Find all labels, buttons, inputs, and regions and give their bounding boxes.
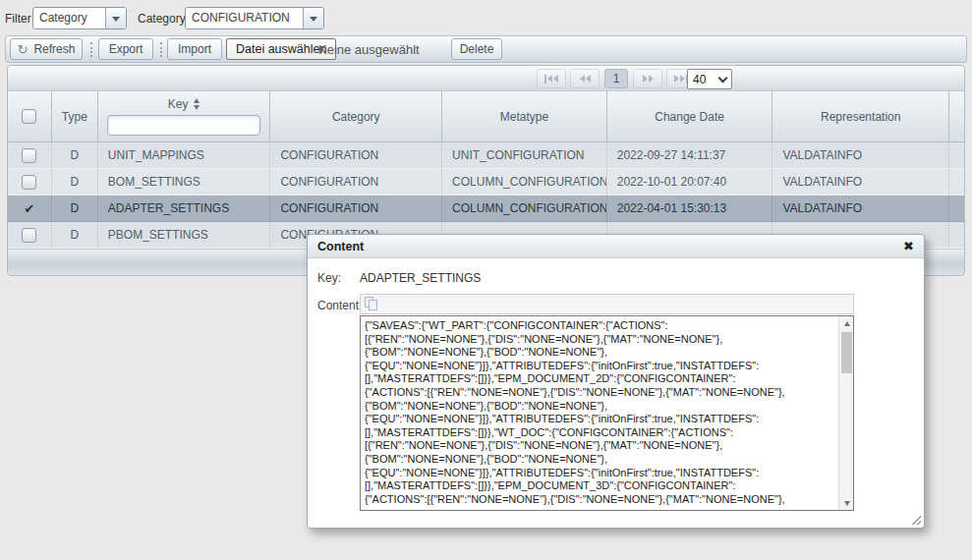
row-checkbox-cell — [8, 169, 52, 196]
category-label: Category — [138, 12, 186, 26]
header-change-date: Change Date — [607, 91, 773, 141]
row-checkbox-cell — [8, 222, 52, 249]
table-row[interactable]: D BOM_SETTINGS CONFIGURATION COLUMN_CONF… — [8, 169, 964, 196]
filter-label: Filter — [5, 12, 31, 26]
sort-icon[interactable] — [194, 98, 200, 110]
row-checkbox[interactable] — [22, 228, 36, 243]
import-button[interactable]: Import — [167, 38, 222, 60]
cell-type: D — [52, 222, 98, 249]
chevron-down-icon — [718, 73, 728, 83]
category-select[interactable]: CONFIGURATION — [185, 7, 324, 29]
prev-page-button[interactable] — [570, 69, 600, 88]
toolbar-separator — [90, 42, 92, 57]
cell-change-date: 2022-10-01 20:07:40 — [607, 169, 773, 196]
row-checkbox[interactable] — [22, 175, 36, 190]
cell-key: UNIT_MAPPINGS — [98, 142, 271, 169]
filter-type-select[interactable]: Category — [32, 7, 127, 29]
cell-type: D — [52, 142, 98, 169]
chevron-down-icon — [112, 17, 120, 22]
first-page-icon — [547, 75, 552, 83]
cell-change-date: 2022-09-27 14:11:37 — [607, 142, 773, 169]
cell-filler — [949, 142, 964, 169]
export-label: Export — [109, 42, 143, 56]
cell-category: CONFIGURATION — [270, 169, 442, 196]
cell-key: BOM_SETTINGS — [98, 169, 271, 196]
category-dropdown-button[interactable] — [303, 8, 323, 28]
row-checkbox-cell: ✔ — [8, 196, 52, 222]
data-table: Type Key Category Metatype Change Date R… — [8, 91, 964, 252]
scroll-down-icon[interactable] — [839, 496, 854, 510]
select-all-header-cell — [8, 91, 52, 141]
toolbar: ↻ Refresh Export Import Datei auswählen … — [5, 35, 967, 63]
cell-metatype: UNIT_CONFIGURATION — [442, 142, 607, 169]
header-key[interactable]: Key — [98, 91, 271, 141]
table-row[interactable]: D UNIT_MAPPINGS CONFIGURATION UNIT_CONFI… — [8, 142, 964, 169]
content-editor: {"SAVEAS":{"WT_PART":{"CONFIGCONTAINER":… — [360, 294, 854, 511]
next-page-button[interactable] — [633, 69, 662, 88]
current-page-button[interactable]: 1 — [604, 69, 628, 88]
copy-icon[interactable] — [365, 297, 379, 311]
cell-representation: VALDATAINFO — [772, 169, 949, 196]
header-representation: Representation — [772, 91, 949, 141]
header-metatype: Metatype — [442, 91, 607, 141]
cell-type: D — [52, 169, 98, 196]
header-category: Category — [270, 91, 442, 141]
next-page-icon — [643, 75, 648, 83]
content-text[interactable]: {"SAVEAS":{"WT_PART":{"CONFIGCONTAINER":… — [361, 316, 838, 510]
category-select-value: CONFIGURATION — [186, 8, 303, 28]
refresh-label: Refresh — [33, 42, 75, 56]
last-page-icon — [680, 75, 685, 83]
next-page-icon — [649, 75, 654, 83]
first-page-button[interactable] — [537, 69, 566, 88]
cell-metatype: COLUMN_CONFIGURATION — [442, 196, 607, 222]
header-type: Type — [52, 91, 98, 141]
dialog-title-bar[interactable]: Content ✖ — [308, 235, 924, 258]
cell-representation: VALDATAINFO — [772, 196, 949, 222]
first-page-icon — [544, 75, 546, 84]
first-page-icon — [553, 75, 558, 83]
delete-button[interactable]: Delete — [451, 38, 502, 60]
content-label: Content: — [317, 299, 362, 312]
textarea-scrollbar[interactable] — [838, 316, 853, 510]
content-textarea[interactable]: {"SAVEAS":{"WT_PART":{"CONFIGCONTAINER":… — [360, 315, 854, 511]
file-choose-label: Datei auswählen — [236, 42, 326, 56]
screen: Filter Category Category CONFIGURATION ↻… — [0, 0, 972, 560]
cell-change-date: 2022-04-01 15:30:13 — [607, 196, 773, 222]
filter-type-value: Category — [33, 8, 105, 28]
cell-key: PBOM_SETTINGS — [98, 222, 271, 249]
dialog-title: Content — [317, 240, 903, 253]
prev-page-icon — [580, 75, 585, 83]
content-dialog: Content ✖ Key: ADAPTER_SETTINGS Content:… — [307, 234, 925, 529]
rows-per-page-select[interactable]: 40 — [687, 69, 732, 89]
resize-handle-icon[interactable] — [910, 514, 921, 525]
row-checkbox-cell — [8, 142, 52, 169]
key-value: ADAPTER_SETTINGS — [360, 271, 481, 285]
refresh-button[interactable]: ↻ Refresh — [10, 38, 83, 60]
cell-category: CONFIGURATION — [270, 196, 442, 222]
key-label: Key: — [317, 271, 341, 285]
cell-metatype: COLUMN_CONFIGURATION — [442, 169, 607, 196]
cell-category: CONFIGURATION — [270, 142, 442, 169]
filter-type-dropdown-button[interactable] — [105, 8, 126, 28]
cell-key: ADAPTER_SETTINGS — [98, 196, 271, 222]
table-header-row: Type Key Category Metatype Change Date R… — [8, 91, 964, 142]
key-filter-input[interactable] — [107, 115, 260, 136]
delete-label: Delete — [460, 42, 494, 56]
cell-filler — [949, 196, 964, 222]
row-checkbox[interactable] — [22, 148, 36, 163]
prev-page-icon — [586, 75, 591, 83]
cell-filler — [949, 222, 964, 249]
scroll-up-icon[interactable] — [839, 316, 854, 330]
refresh-icon: ↻ — [18, 42, 29, 57]
paginator: 1 40 — [8, 66, 964, 91]
check-icon[interactable]: ✔ — [25, 202, 35, 215]
export-button[interactable]: Export — [98, 38, 153, 60]
cell-filler — [949, 169, 964, 196]
table-row-selected[interactable]: ✔ D ADAPTER_SETTINGS CONFIGURATION COLUM… — [8, 196, 964, 222]
select-all-checkbox[interactable] — [22, 109, 36, 124]
filter-bar: Filter Category Category CONFIGURATION — [0, 0, 972, 33]
scrollbar-thumb[interactable] — [841, 332, 852, 373]
close-icon[interactable]: ✖ — [903, 240, 914, 252]
header-key-label: Key — [168, 97, 189, 111]
editor-toolbar — [360, 294, 854, 314]
